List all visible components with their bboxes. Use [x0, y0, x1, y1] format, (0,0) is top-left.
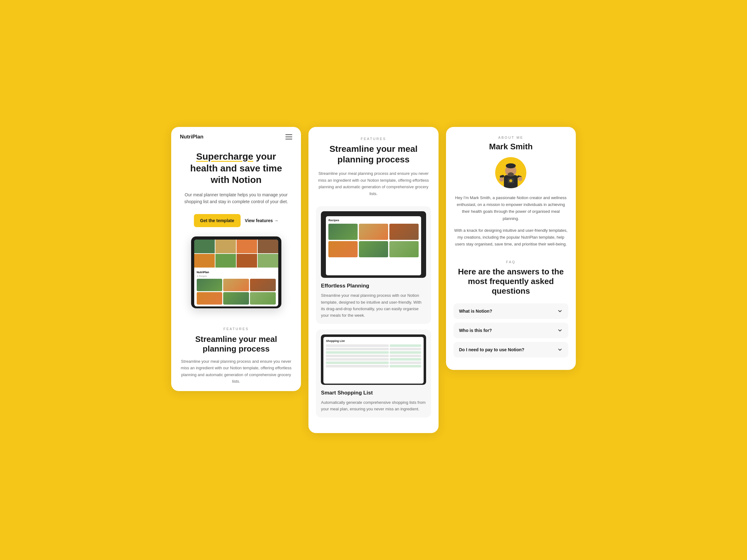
- food-grid: [194, 240, 278, 268]
- about-section: ABOUT ME Mark Smith: [454, 136, 568, 248]
- faq-section: FAQ Here are the answers to the most fre…: [454, 257, 568, 358]
- faq-question-3: Do I need to pay to use Notion?: [459, 347, 524, 352]
- features-title: Streamline your meal planning process: [180, 335, 292, 354]
- chevron-down-icon-2: [557, 328, 563, 333]
- svg-point-3: [506, 163, 516, 168]
- recipe-img-3: [389, 224, 419, 240]
- view-features-button[interactable]: View features →: [245, 214, 279, 227]
- faq-title: Here are the answers to the most frequen…: [454, 267, 568, 296]
- s2-content: FEATURES Streamline your meal planning p…: [308, 127, 438, 433]
- shopping-screen-label: Shopping List: [326, 340, 421, 343]
- faq-item-2[interactable]: Who is this for?: [454, 323, 568, 338]
- food-cell-4: [258, 240, 278, 253]
- food-cell-6: [215, 254, 236, 268]
- app-ui: NutriPlan ✦ Recipes: [194, 269, 278, 306]
- recipe-card-2: [223, 279, 249, 291]
- feature-card-2: Shopping List: [316, 329, 431, 418]
- recipe-card-3: [250, 279, 276, 291]
- faq-question-1: What is Notion?: [459, 309, 492, 314]
- tablet-hero-image: NutriPlan ✦ Recipes: [171, 236, 301, 318]
- screen-1: NutriPlan Supercharge yourhealth and sav…: [171, 127, 301, 391]
- recipes-screen-grid: [328, 224, 418, 257]
- s2-features-title: Streamline your meal planning process: [316, 144, 431, 165]
- card1-title: Effortless Planning: [321, 283, 426, 289]
- recipes-screen-label: Recipes: [328, 219, 418, 222]
- s2-features-desc: Streamline your meal planning process an…: [316, 170, 431, 197]
- recipe-img-2: [359, 224, 388, 240]
- app-title: NutriPlan: [197, 271, 276, 274]
- hero-section: Supercharge yourhealth and save timewith…: [171, 143, 301, 227]
- screen-3: ABOUT ME Mark Smith: [446, 127, 576, 370]
- faq-label: FAQ: [454, 260, 568, 264]
- s3-content: ABOUT ME Mark Smith: [446, 127, 576, 370]
- recipe-card-6: [250, 292, 276, 304]
- food-cell-7: [236, 254, 257, 268]
- recipe-img-4: [328, 241, 358, 257]
- hero-title-highlight: Supercharge: [196, 151, 253, 161]
- app-subtitle: ✦ Recipes: [197, 275, 276, 277]
- card1-desc: Streamline your meal planning process wi…: [321, 292, 426, 319]
- faq-question-2: Who is this for?: [459, 328, 492, 333]
- chevron-down-icon-1: [557, 308, 563, 314]
- hero-title: Supercharge yourhealth and save timewith…: [180, 151, 292, 186]
- svg-point-7: [518, 177, 522, 181]
- svg-point-9: [509, 179, 512, 182]
- svg-point-2: [508, 172, 514, 177]
- faq-item-1[interactable]: What is Notion?: [454, 303, 568, 319]
- avatar-illustration: [498, 161, 523, 188]
- recipe-grid: [197, 279, 276, 304]
- about-name: Mark Smith: [454, 142, 568, 152]
- recipe-img-6: [389, 241, 419, 257]
- about-text-2: With a knack for designing intuitive and…: [454, 227, 568, 248]
- menu-icon[interactable]: [285, 134, 292, 139]
- header: NutriPlan: [171, 127, 301, 143]
- food-cell-5: [194, 254, 215, 268]
- feature-card-1-image: Recipes: [321, 211, 426, 278]
- shopping-list-rows: [326, 344, 421, 367]
- hero-description: Our meal planner template helps you to m…: [180, 191, 292, 205]
- features-section: FEATURES Streamline your meal planning p…: [171, 318, 301, 391]
- card2-desc: Automatically generate comprehensive sho…: [321, 399, 426, 412]
- food-cell-1: [194, 240, 215, 253]
- food-cell-2: [215, 240, 236, 253]
- recipe-card-5: [223, 292, 249, 304]
- features-desc: Streamline your meal planning process an…: [180, 358, 292, 385]
- avatar: [495, 157, 526, 188]
- about-label: ABOUT ME: [454, 136, 568, 139]
- get-template-button[interactable]: Get the template: [194, 214, 240, 227]
- screens-container: NutriPlan Supercharge yourhealth and sav…: [171, 127, 576, 433]
- tablet-screen: NutriPlan ✦ Recipes: [194, 240, 278, 306]
- card2-title: Smart Shopping List: [321, 390, 426, 396]
- recipe-img-1: [328, 224, 358, 240]
- food-cell-8: [258, 254, 278, 268]
- screen-2: FEATURES Streamline your meal planning p…: [308, 127, 438, 433]
- recipe-card-1: [197, 279, 223, 291]
- faq-item-3[interactable]: Do I need to pay to use Notion?: [454, 342, 568, 357]
- svg-point-6: [499, 177, 504, 182]
- feature-card-2-image: Shopping List: [321, 335, 426, 385]
- features-label: FEATURES: [180, 327, 292, 331]
- recipe-img-5: [359, 241, 388, 257]
- recipe-card-4: [197, 292, 223, 304]
- about-text-1: Hey I'm Mark Smith, a passionate Notion …: [454, 194, 568, 222]
- s2-features-label: FEATURES: [316, 137, 431, 141]
- chevron-down-icon-3: [557, 347, 563, 352]
- hero-buttons: Get the template View features →: [180, 214, 292, 227]
- food-cell-3: [236, 240, 257, 253]
- tablet-device: NutriPlan ✦ Recipes: [191, 236, 281, 308]
- logo: NutriPlan: [180, 134, 204, 140]
- feature-card-1: Recipes Effortless Planning: [316, 206, 431, 324]
